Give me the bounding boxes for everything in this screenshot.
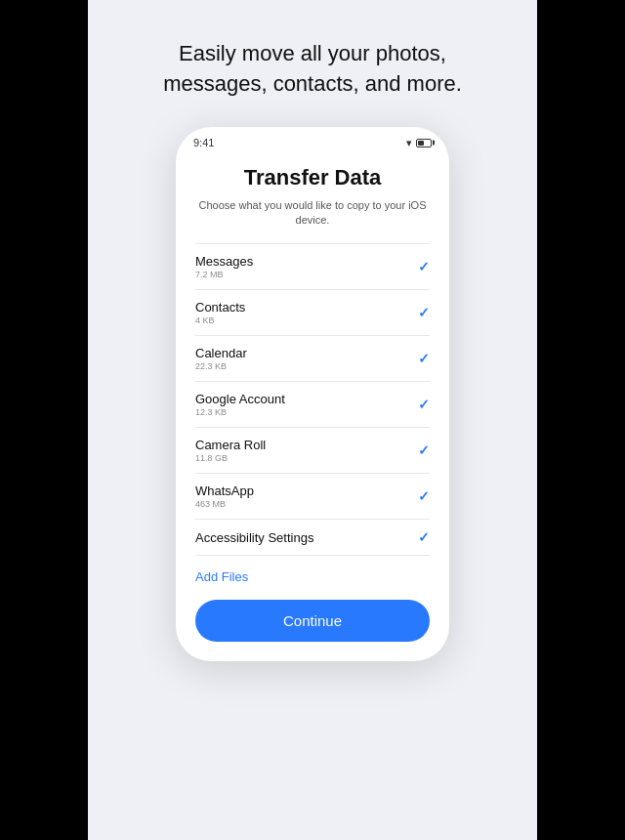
check-icon: ✓ (418, 259, 430, 274)
item-name: Messages (195, 254, 253, 269)
continue-button[interactable]: Continue (195, 600, 430, 642)
item-size: 7.2 MB (195, 270, 253, 279)
status-bar: 9:41 ▾ (176, 127, 449, 155)
main-background: Easily move all your photos, messages, c… (88, 0, 537, 840)
phone-frame: 9:41 ▾ Transfer Data Choose what you wou… (176, 127, 449, 662)
list-item[interactable]: WhatsApp463 MB✓ (195, 474, 430, 520)
check-icon: ✓ (418, 351, 430, 366)
left-black-bar (0, 0, 88, 840)
item-info: Messages7.2 MB (195, 254, 253, 279)
wifi-icon: ▾ (406, 137, 412, 149)
list-item[interactable]: Camera Roll11.8 GB✓ (195, 428, 430, 474)
transfer-subtitle: Choose what you would like to copy to yo… (195, 198, 430, 229)
item-info: Accessibility Settings (195, 530, 313, 545)
check-icon: ✓ (418, 529, 430, 545)
transfer-title: Transfer Data (195, 165, 430, 190)
item-name: WhatsApp (195, 483, 254, 498)
item-name: Calendar (195, 346, 247, 360)
list-item[interactable]: Messages7.2 MB✓ (195, 244, 430, 290)
check-icon: ✓ (418, 442, 430, 458)
list-item[interactable]: Contacts4 KB✓ (195, 290, 430, 336)
headline-text: Easily move all your photos, messages, c… (163, 39, 462, 100)
battery-icon (416, 139, 432, 147)
outer-container: Easily move all your photos, messages, c… (0, 0, 625, 840)
item-size: 11.8 GB (195, 453, 266, 463)
item-name: Accessibility Settings (195, 530, 313, 545)
item-info: Calendar22.3 KB (195, 346, 247, 371)
item-info: Camera Roll11.8 GB (195, 438, 266, 463)
status-time: 9:41 (193, 137, 214, 148)
check-icon: ✓ (418, 397, 430, 412)
item-size: 4 KB (195, 315, 245, 325)
item-info: Contacts4 KB (195, 300, 245, 325)
list-item[interactable]: Accessibility Settings✓ (195, 520, 430, 556)
add-files-button[interactable]: Add Files (195, 569, 248, 584)
phone-content: Transfer Data Choose what you would like… (176, 155, 449, 662)
item-size: 12.3 KB (195, 407, 285, 417)
item-info: WhatsApp463 MB (195, 483, 254, 509)
item-name: Camera Roll (195, 438, 266, 452)
list-item[interactable]: Calendar22.3 KB✓ (195, 336, 430, 382)
item-size: 22.3 KB (195, 361, 247, 371)
item-size: 463 MB (195, 499, 254, 509)
transfer-list: Messages7.2 MB✓Contacts4 KB✓Calendar22.3… (195, 243, 430, 556)
status-icons: ▾ (406, 137, 432, 149)
right-black-bar (537, 0, 625, 840)
item-name: Google Account (195, 392, 285, 406)
list-item[interactable]: Google Account12.3 KB✓ (195, 382, 430, 428)
item-name: Contacts (195, 300, 245, 315)
item-info: Google Account12.3 KB (195, 392, 285, 417)
check-icon: ✓ (418, 488, 430, 504)
check-icon: ✓ (418, 305, 430, 320)
